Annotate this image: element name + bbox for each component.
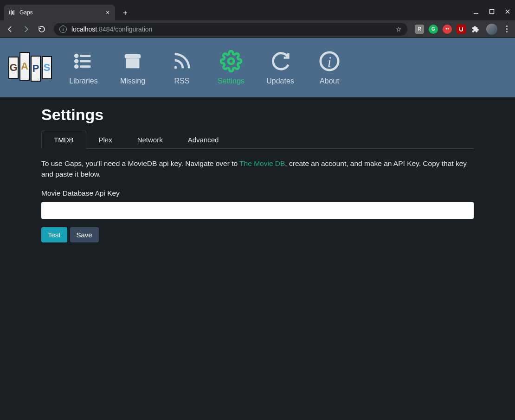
extension-icon[interactable] [443,25,452,34]
svg-point-8 [446,28,447,29]
bookmark-star-icon[interactable]: ☆ [396,25,402,33]
svg-point-10 [75,55,77,57]
url-path: :8484/configuration [97,25,152,33]
test-button[interactable]: Test [41,227,67,242]
main-container: Settings TMDB Plex Network Advanced To u… [41,97,474,261]
tmdb-description: To use Gaps, you'll need a MovieDB api k… [41,158,474,180]
browser-tab[interactable]: Gaps × [4,5,115,20]
browser-toolbar: i localhost:8484/configuration ☆ R G [0,20,515,38]
desc-prefix: To use Gaps, you'll need a MovieDB api k… [41,159,239,167]
browser-tabstrip: Gaps × + [0,4,515,20]
maximize-icon[interactable] [487,8,496,16]
new-tab-button[interactable]: + [119,6,132,19]
extensions-puzzle-icon[interactable] [470,25,480,34]
tab-close-icon[interactable]: × [104,9,111,16]
settings-tabs: TMDB Plex Network Advanced [41,130,474,149]
api-key-label: Movie Database Api Key [41,189,474,197]
minimize-icon[interactable] [471,8,481,16]
profile-avatar[interactable] [486,24,497,35]
extension-icons: R G [413,25,482,34]
svg-rect-5 [490,10,494,14]
archive-icon [122,50,144,72]
svg-rect-16 [125,54,141,59]
tab-advanced[interactable]: Advanced [175,131,232,149]
browser-menu-icon[interactable] [502,24,511,34]
save-button[interactable]: Save [70,227,99,242]
nav-settings[interactable]: Settings [213,50,249,85]
site-info-icon[interactable]: i [59,25,67,33]
nav-updates[interactable]: Updates [263,50,298,85]
forward-button[interactable] [19,23,32,36]
api-key-input[interactable] [41,202,474,219]
page-viewport: GAPS Libraries Missing RSS [0,38,515,420]
nav-libraries[interactable]: Libraries [66,50,101,85]
svg-rect-1 [11,10,12,15]
nav-label: Updates [266,77,294,85]
svg-rect-17 [126,58,140,68]
back-button[interactable] [4,23,17,36]
svg-text:i: i [328,54,332,70]
gear-icon [220,50,242,72]
app-header: GAPS Libraries Missing RSS [0,38,515,97]
extension-icon[interactable]: R [415,25,424,34]
refresh-icon [269,50,291,72]
nav-label: Missing [120,77,145,85]
rss-icon [171,50,193,72]
nav-label: RSS [174,77,190,85]
reload-button[interactable] [35,23,48,36]
tab-favicon-icon [8,9,16,16]
nav-label: About [320,77,339,85]
extension-icon[interactable]: G [429,25,438,34]
extension-icon[interactable] [457,25,466,34]
svg-rect-3 [13,10,14,15]
page-title: Settings [41,106,474,124]
svg-point-14 [75,65,77,68]
info-icon: i [318,50,341,72]
svg-point-12 [75,60,77,63]
list-icon [72,50,95,72]
svg-point-9 [448,28,449,29]
nav-label: Settings [218,77,245,85]
svg-point-19 [228,58,234,64]
tmdb-link[interactable]: The Movie DB [239,159,285,167]
svg-rect-0 [9,11,10,14]
nav-missing[interactable]: Missing [115,50,150,85]
tab-network[interactable]: Network [125,131,175,149]
tab-tmdb[interactable]: TMDB [41,131,86,149]
nav-label: Libraries [69,77,97,85]
nav-about[interactable]: i About [312,50,347,85]
svg-point-18 [174,66,177,69]
tab-plex[interactable]: Plex [86,131,125,149]
tab-title: Gaps [19,9,33,16]
tab-content-tmdb: To use Gaps, you'll need a MovieDB api k… [41,149,474,242]
url-host: localhost [71,25,97,33]
os-titlebar [0,0,515,4]
window-controls [471,4,512,20]
gaps-logo[interactable]: GAPS [8,53,55,83]
close-window-icon[interactable] [503,8,512,16]
nav-rss[interactable]: RSS [164,50,200,85]
svg-rect-2 [12,11,13,14]
address-bar[interactable]: i localhost:8484/configuration ☆ [54,23,407,36]
